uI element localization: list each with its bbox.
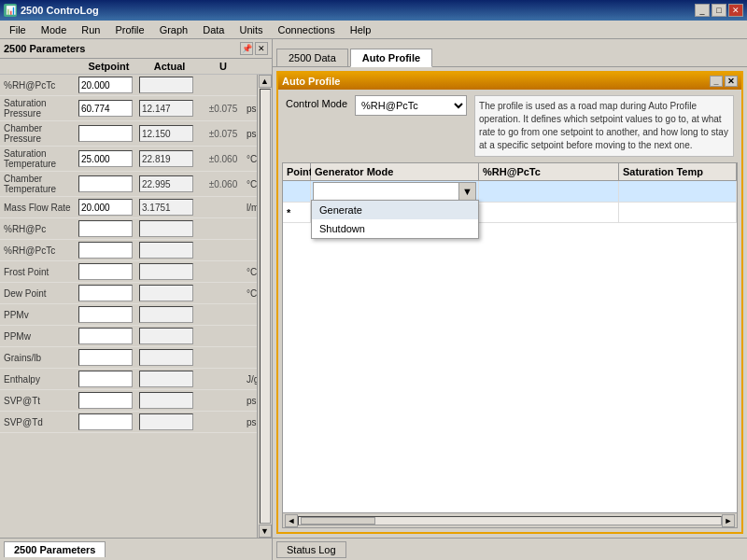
tolerance-value: ±0.075	[200, 104, 247, 114]
setpoint-input[interactable]	[78, 285, 133, 301]
cell-rh-1	[479, 181, 619, 202]
panel-pin-button[interactable]: 📌	[240, 42, 253, 55]
param-label: Chamber Temperature	[4, 174, 78, 194]
setpoint-input[interactable]	[78, 175, 133, 192]
ap-title-bar: Auto Profile _ ✕	[278, 73, 741, 90]
left-panel-title: 2500 Parameters	[4, 43, 85, 54]
right-header: 2500 Data Auto Profile	[273, 39, 747, 67]
setpoint-input[interactable]	[78, 349, 133, 366]
dropdown-option-shutdown[interactable]: Shutdown	[312, 219, 478, 238]
menu-units[interactable]: Units	[232, 22, 270, 37]
tab-2500-data[interactable]: 2500 Data	[276, 49, 348, 66]
setpoint-input[interactable]	[78, 392, 133, 409]
menu-graph[interactable]: Graph	[152, 22, 196, 37]
table-row: Dew Point°C	[0, 283, 257, 304]
params-table-header: Setpoint Actual U	[0, 59, 272, 75]
col-generator-mode: Generator Mode	[311, 163, 479, 180]
setpoint-input[interactable]	[78, 328, 133, 344]
param-label: PPMw	[4, 331, 78, 342]
menu-mode[interactable]: Mode	[34, 22, 75, 37]
table-row: Frost Point°C	[0, 261, 257, 283]
param-label: PPMv	[4, 310, 78, 320]
table-row: Chamber Pressure±0.075psia	[0, 121, 257, 147]
actual-value	[139, 242, 193, 259]
actual-value	[139, 392, 193, 409]
panel-close-button[interactable]: ✕	[255, 42, 268, 55]
param-label: Enthalpy	[4, 374, 78, 385]
unit-label: °C	[247, 154, 257, 164]
col-setpoint: Setpoint	[78, 61, 139, 72]
scroll-up-arrow[interactable]: ▲	[259, 75, 272, 88]
table-row: %RH@Pc	[0, 218, 257, 240]
menu-run[interactable]: Run	[74, 22, 107, 37]
param-label: Chamber Pressure	[4, 123, 78, 144]
dropdown-arrow-icon[interactable]: ▼	[458, 183, 475, 200]
setpoint-input[interactable]	[78, 150, 133, 167]
maximize-button[interactable]: □	[712, 4, 726, 17]
unit-label: psia	[247, 417, 257, 427]
unit-label: psia	[247, 129, 257, 139]
scroll-right-arrow[interactable]: ►	[722, 514, 735, 527]
table-row: EnthalpyJ/g	[0, 369, 257, 390]
setpoint-input[interactable]	[78, 413, 133, 430]
col-unit	[247, 61, 275, 72]
tolerance-value: ±0.075	[200, 129, 247, 139]
menu-connections[interactable]: Connections	[271, 22, 343, 37]
setpoint-input[interactable]	[78, 100, 133, 117]
scroll-down-arrow[interactable]: ▼	[259, 525, 272, 538]
unit-label: °C	[247, 288, 257, 299]
scroll-left-arrow[interactable]: ◄	[285, 514, 298, 527]
dropdown-option-generate[interactable]: Generate	[312, 201, 478, 219]
ap-close-button[interactable]: ✕	[725, 76, 738, 87]
menu-file[interactable]: File	[2, 22, 34, 37]
menu-help[interactable]: Help	[343, 22, 379, 37]
actual-value	[139, 220, 193, 237]
setpoint-input[interactable]	[78, 77, 133, 93]
actual-value	[139, 263, 193, 280]
setpoint-input[interactable]	[78, 242, 133, 259]
window-title: 2500 ControLog	[21, 5, 99, 16]
setpoint-input[interactable]	[78, 263, 133, 280]
cell-sat-1	[619, 181, 737, 202]
actual-value	[139, 150, 193, 167]
unit-label: J/g	[247, 374, 257, 385]
cell-rh-2	[479, 203, 619, 222]
table-row: PPMv	[0, 304, 257, 326]
cell-generator-1[interactable]: ▼ Generate Shutdown	[311, 181, 479, 202]
param-label: SVP@Tt	[4, 396, 78, 406]
close-button[interactable]: ✕	[728, 4, 743, 17]
minimize-button[interactable]: _	[695, 4, 710, 17]
actual-value	[139, 328, 193, 344]
col-actual: Actual	[139, 61, 200, 72]
actual-value	[139, 413, 193, 430]
vertical-scrollbar[interactable]: ▲ ▼	[257, 75, 272, 538]
actual-value	[139, 100, 193, 117]
ap-minimize-button[interactable]: _	[710, 76, 723, 87]
setpoint-input[interactable]	[78, 306, 133, 323]
h-scroll-track[interactable]	[298, 516, 722, 525]
tolerance-value: ±0.060	[200, 179, 247, 189]
status-log-tab[interactable]: Status Log	[276, 541, 346, 558]
control-mode-select[interactable]: %RH@PcTc %RH@Pc Dew Point Frost Point	[355, 95, 467, 116]
table-row: Mass Flow Ratel/m	[0, 197, 257, 218]
setpoint-input[interactable]	[78, 125, 133, 142]
h-scroll-thumb[interactable]	[301, 517, 375, 525]
actual-value	[139, 285, 193, 301]
params-tab-button[interactable]: 2500 Parameters	[4, 541, 106, 557]
title-bar: 📊 2500 ControLog _ □ ✕	[0, 0, 747, 21]
right-bottom-tabs: Status Log	[273, 538, 747, 560]
param-label: Dew Point	[4, 288, 78, 299]
menu-data[interactable]: Data	[195, 22, 232, 37]
tab-auto-profile[interactable]: Auto Profile	[350, 49, 432, 67]
unit-label: l/m	[247, 203, 257, 213]
left-bottom-tab: 2500 Parameters	[0, 538, 272, 560]
profile-table-header: Point Generator Mode %RH@PcTc Saturation…	[283, 163, 737, 181]
setpoint-input[interactable]	[78, 220, 133, 237]
setpoint-input[interactable]	[78, 199, 133, 216]
actual-value	[139, 306, 193, 323]
scroll-track[interactable]	[260, 89, 271, 524]
param-label: SVP@Td	[4, 417, 78, 427]
cell-sat-2	[619, 203, 737, 222]
setpoint-input[interactable]	[78, 371, 133, 387]
menu-profile[interactable]: Profile	[107, 22, 151, 37]
